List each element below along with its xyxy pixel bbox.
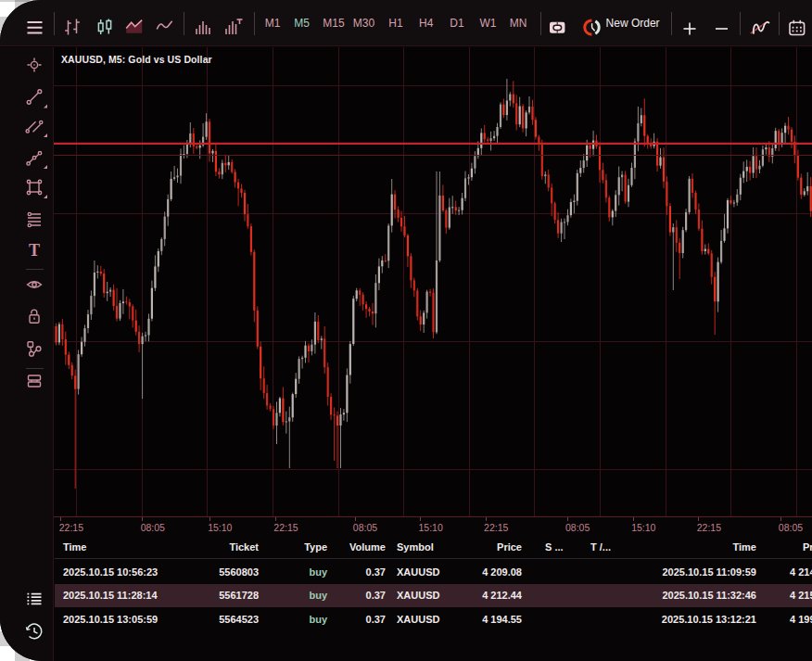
svg-text:T: T: [29, 241, 40, 260]
